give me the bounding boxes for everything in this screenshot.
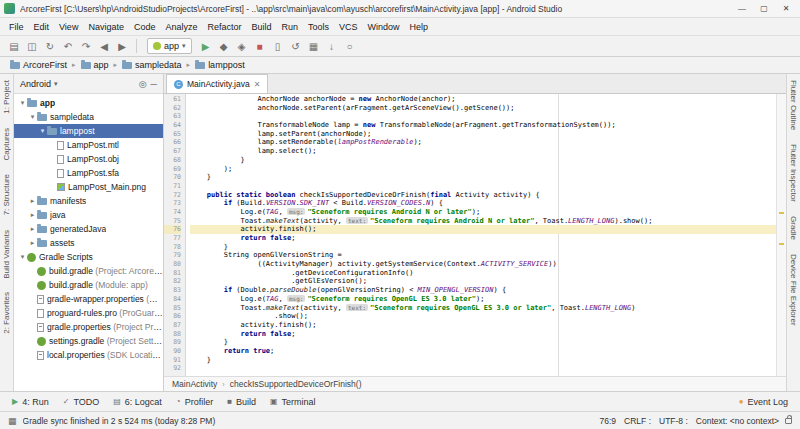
tree-item-lamppost_main.png[interactable]: LampPost_Main.png [14,180,163,194]
breadcrumb-item-sampledata[interactable]: sampledata [120,59,184,71]
code-line[interactable]: Toast.makeText(activity, text:"Sceneform… [190,304,776,313]
editor-breadcrumb-item[interactable]: checkIsSupportedDeviceOrFinish() [230,379,362,389]
breadcrumb-item-lamppost[interactable]: lamppost [193,59,247,71]
tree-item-proguard-rules.pro[interactable]: proguard-rules.pro (ProGuard R... [14,306,163,320]
toolstrip-tab----project[interactable]: 1: Project [2,80,11,114]
code-line[interactable] [190,112,776,121]
menu-item-build[interactable]: Build [246,20,276,34]
code-line[interactable]: anchorNode.setParent(arFragment.getArSce… [190,104,776,113]
code-line[interactable]: } [190,338,776,347]
tree-item-java[interactable]: ▸java [14,208,163,222]
avd-manager-icon[interactable]: ▦ [306,38,322,54]
tree-item-lamppost.mtl[interactable]: LampPost.mtl [14,138,163,152]
menu-item-analyze[interactable]: Analyze [160,20,202,34]
tree-item-build.gradle[interactable]: build.gradle (Project: ArcoreFirst) [14,264,163,278]
undo-icon[interactable]: ↶ [60,38,76,54]
code-line[interactable]: activity.finish(); [190,225,776,234]
code-line[interactable]: TransformableNode lamp = new Transformab… [190,121,776,130]
back-icon[interactable]: ◀ [96,38,112,54]
tree-item-app[interactable]: ▾app [14,96,163,110]
close-tab-icon[interactable]: ✕ [254,80,261,89]
menu-item-vcs[interactable]: VCS [334,20,363,34]
gradle-sync-icon[interactable]: ↺ [288,38,304,54]
run-icon[interactable]: ▶ [198,38,214,54]
code-line[interactable]: Log.e(TAG, msg:"Sceneform requires Andro… [190,208,776,217]
tree-item-gradle.properties[interactable]: gradle.properties (Project Prope... [14,320,163,334]
open-icon[interactable]: ▤ [6,38,22,54]
tree-item-gradle scripts[interactable]: ▾Gradle Scripts [14,250,163,264]
tree-item-assets[interactable]: ▸assets [14,236,163,250]
toolstrip-tab-flutter-inspector[interactable]: Flutter Inspector [789,144,798,202]
warning-stripe-mark[interactable] [779,212,784,214]
tree-item-sampledata[interactable]: ▾sampledata [14,110,163,124]
menu-item-view[interactable]: View [54,20,83,34]
menu-item-code[interactable]: Code [129,20,161,34]
tree-open-arrow-icon[interactable]: ▾ [18,99,27,107]
tree-item-lamppost.sfa[interactable]: LampPost.sfa [14,166,163,180]
forward-icon[interactable]: ▶ [114,38,130,54]
code-line[interactable]: lamp.select(); [190,147,776,156]
menu-item-edit[interactable]: Edit [29,20,55,34]
debug-icon[interactable]: ◆ [216,38,232,54]
stop-icon[interactable]: ■ [252,38,268,54]
tree-item-gradle-wrapper.properties[interactable]: gradle-wrapper.properties (Gra... [14,292,163,306]
tree-item-manifests[interactable]: ▸manifests [14,194,163,208]
tree-open-arrow-icon[interactable]: ▾ [28,113,37,121]
code-line[interactable]: ); [190,165,776,174]
toolwindow-build[interactable]: ■Build [221,395,262,409]
menu-item-refactor[interactable]: Refactor [202,20,246,34]
sdk-manager-icon[interactable]: ↓ [324,38,340,54]
code-line[interactable]: .getGlEsVersion(); [190,277,776,286]
code-line[interactable]: } [190,243,776,252]
settings-gear-icon[interactable]: ◎ [139,79,147,89]
tree-item-settings.gradle[interactable]: settings.gradle (Project Settings) [14,334,163,348]
code-line[interactable]: Toast.makeText(activity, text:"Sceneform… [190,217,776,226]
code-line[interactable]: return false; [190,234,776,243]
refresh-icon[interactable]: ↻ [42,38,58,54]
tree-item-build.gradle[interactable]: build.gradle (Module: app) [14,278,163,292]
search-everywhere-icon[interactable]: ○ [342,38,358,54]
code-line[interactable]: activity.finish(); [190,321,776,330]
toolwindow-todo[interactable]: ✓TODO [57,395,106,409]
tree-open-arrow-icon[interactable]: ▾ [38,127,47,135]
toolstrip-tab----favorites[interactable]: 2: Favorites [2,292,11,334]
editor-breadcrumb-item[interactable]: MainActivity [172,379,217,389]
context[interactable]: Context: <no context> [696,416,779,426]
toolwindow-logcat[interactable]: ▤6: Logcat [107,395,168,409]
breadcrumb-item-app[interactable]: app [79,59,111,71]
toolstrip-tab-gradle[interactable]: Gradle [789,216,798,240]
save-all-icon[interactable]: ◫ [24,38,40,54]
editor-scrollbar[interactable] [776,94,786,376]
code-line[interactable]: } [190,356,776,365]
code-line[interactable]: Log.e(TAG, msg:"Sceneform requires OpenG… [190,295,776,304]
code-line[interactable]: } [190,156,776,165]
menu-item-help[interactable]: Help [405,20,434,34]
readonly-lock-icon[interactable] [785,418,792,424]
code-editor[interactable]: 6162636465666768697071727374757677787980… [164,94,786,376]
minimize-button[interactable]: — [732,4,752,13]
toolwindow-terminal[interactable]: ▣Terminal [264,395,322,409]
code-line[interactable] [190,364,776,373]
caret-position[interactable]: 76:9 [600,416,617,426]
tree-item-lamppost.obj[interactable]: LampPost.obj [14,152,163,166]
menu-item-navigate[interactable]: Navigate [83,20,129,34]
menu-item-window[interactable]: Window [363,20,405,34]
tree-closed-arrow-icon[interactable]: ▸ [28,211,37,219]
tree-closed-arrow-icon[interactable]: ▸ [28,225,37,233]
code-line[interactable] [190,182,776,191]
close-button[interactable]: ✕ [776,4,796,13]
code-line[interactable]: if (Double.parseDouble(openGlVersionStri… [190,286,776,295]
encoding[interactable]: UTF-8 : [659,416,688,426]
menu-item-run[interactable]: Run [277,20,304,34]
code-line[interactable]: public static boolean checkIsSupportedDe… [190,191,776,200]
toolwindow-run[interactable]: ▶4: Run [6,395,55,409]
toolwindow-profiler[interactable]: ◔Profiler [170,395,219,409]
toolstrip-tab-device-file-explorer[interactable]: Device File Explorer [789,254,798,326]
project-view-selector[interactable]: Android ▾ [20,79,58,89]
warning-stripe-mark[interactable] [779,243,784,245]
tree-closed-arrow-icon[interactable]: ▸ [28,197,37,205]
code-line[interactable]: String openGlVersionString = [190,251,776,260]
toolstrip-tab----structure[interactable]: 7: Structure [2,174,11,215]
menu-item-file[interactable]: File [4,20,29,34]
code-line[interactable]: .show(); [190,312,776,321]
